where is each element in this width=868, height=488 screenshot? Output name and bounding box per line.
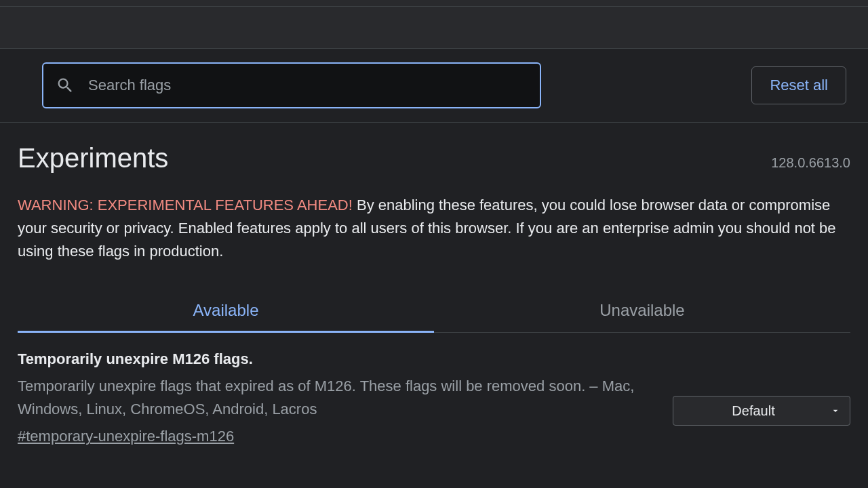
flag-title: Temporarily unexpire M126 flags. <box>18 350 652 368</box>
flag-select-wrap: Default <box>673 350 850 445</box>
flag-state-select[interactable]: Default <box>673 396 850 426</box>
tab-available[interactable]: Available <box>18 290 434 332</box>
warning-prefix: WARNING: EXPERIMENTAL FEATURES AHEAD! <box>18 197 353 214</box>
title-row: Experiments 128.0.6613.0 <box>18 143 850 174</box>
warning-text: WARNING: EXPERIMENTAL FEATURES AHEAD! By… <box>18 194 850 263</box>
flag-item: Temporarily unexpire M126 flags. Tempora… <box>18 333 850 445</box>
tabs: Available Unavailable <box>18 290 850 333</box>
reset-all-button[interactable]: Reset all <box>751 66 846 104</box>
tab-unavailable[interactable]: Unavailable <box>434 290 850 332</box>
window-top-strip <box>0 0 868 7</box>
search-bar-row: Reset all <box>0 49 868 123</box>
version-label: 128.0.6613.0 <box>771 155 850 171</box>
search-icon <box>56 76 75 95</box>
flag-text-block: Temporarily unexpire M126 flags. Tempora… <box>18 350 652 445</box>
flag-description: Temporarily unexpire flags that expired … <box>18 375 652 421</box>
search-input-wrap <box>42 62 541 108</box>
browser-toolbar-strip <box>0 7 868 49</box>
search-input[interactable] <box>42 62 541 108</box>
content-area: Experiments 128.0.6613.0 WARNING: EXPERI… <box>0 123 868 445</box>
flag-anchor-link[interactable]: #temporary-unexpire-flags-m126 <box>18 428 234 445</box>
page-title: Experiments <box>18 143 168 174</box>
